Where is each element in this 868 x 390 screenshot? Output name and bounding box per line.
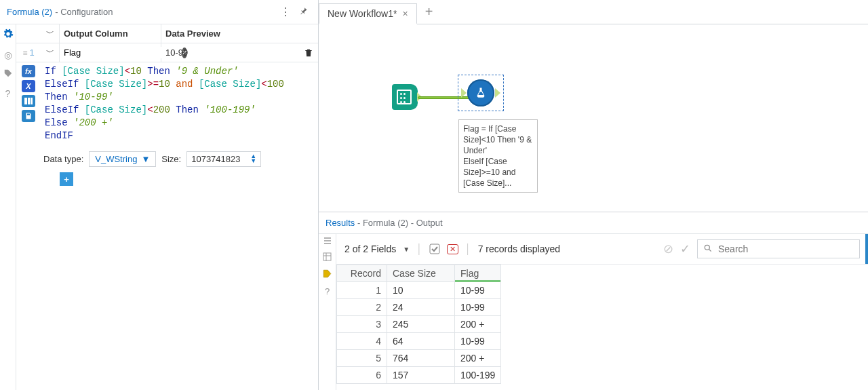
config-header: Formula (2) - Configuration ⋮ [0,0,318,24]
svg-rect-4 [430,244,439,254]
close-icon[interactable]: × [402,8,408,19]
search-box[interactable] [697,239,860,258]
svg-rect-3 [323,253,331,260]
results-toolbar: 2 of 2 Fields ▼ │ ✕ │ 7 records displaye… [336,234,868,265]
columns-icon[interactable] [22,95,35,107]
data-preview-value: 10-99 [161,43,299,62]
formula-row: ≡ 1 ﹀ ✕ 10-99 [16,43,318,62]
expand-row-chevron[interactable]: ﹀ [41,43,60,62]
table-row[interactable]: 5764200 + [337,350,501,367]
output-column-header: Output Column [60,24,161,43]
col-case-size[interactable]: Case Size [387,265,455,282]
text-input-tool[interactable] [392,84,419,111]
tag-icon[interactable] [3,69,13,80]
add-formula-button[interactable]: + [60,172,73,186]
caret-down-icon: ▼ [141,154,150,164]
table-icon[interactable] [323,252,332,263]
workflow-canvas[interactable]: Flag = If [Case Size]<10 Then '9 & Under… [319,24,868,212]
target-icon[interactable]: ◎ [4,50,12,60]
data-preview-header: Data Preview [161,24,318,43]
records-summary: 7 records displayed [478,243,560,254]
datatype-value: V_WString [95,154,137,164]
table-row[interactable]: 3245200 + [337,316,501,333]
results-side-tabs: ? [319,234,336,390]
results-subtitle: - Formula (2) - Output [357,218,443,228]
spinner-icon[interactable]: ▲▼ [250,154,256,163]
results-header: Results - Formula (2) - Output [319,212,868,234]
fx-icon[interactable]: fx [22,65,35,77]
formula-text[interactable]: If [Case Size]<10 Then '9 & Under'ElseIf… [41,62,318,145]
results-panel: Results - Formula (2) - Output ? 2 of 2 … [319,212,868,390]
list-icon[interactable] [323,237,332,247]
fields-summary[interactable]: 2 of 2 Fields [344,243,396,254]
input-anchor-icon[interactable] [461,88,467,98]
datatype-select[interactable]: V_WString ▼ [89,151,156,167]
formula-tool-selected[interactable] [458,75,504,111]
apply-icon[interactable]: ✓ [680,241,690,256]
config-title: Formula (2) [7,7,52,17]
output-anchor-tab-icon[interactable] [322,269,332,281]
col-flag[interactable]: Flag [455,265,501,282]
drag-handle-icon[interactable]: ≡ [22,48,27,58]
svg-rect-0 [24,98,27,104]
formula-editor[interactable]: fx X If [Case Size]<10 Then '9 & Under'E… [16,62,318,145]
size-input[interactable]: 1073741823 ▲▼ [186,151,261,167]
trash-icon[interactable] [299,43,318,62]
row-index: 1 [29,47,34,58]
svg-rect-2 [31,98,33,104]
configuration-panel: Formula (2) - Configuration ⋮ ◎ ? ﹀ Outp… [0,0,319,390]
gear-icon[interactable] [3,28,14,41]
table-row[interactable]: 11010-99 [337,282,501,299]
disable-icon[interactable]: ⊘ [663,241,673,256]
workflow-tabs: New Workflow1* × + [319,0,868,24]
kebab-menu-icon[interactable]: ⋮ [277,5,294,18]
help-icon[interactable]: ? [5,88,11,99]
variable-x-icon[interactable]: X [22,80,35,92]
datatype-label: Data type: [43,154,83,164]
save-icon[interactable] [22,110,35,122]
svg-point-5 [705,245,709,250]
tool-annotation[interactable]: Flag = If [Case Size]<10 Then '9 & Under… [458,119,538,193]
pin-icon[interactable] [296,6,311,18]
checkbox-icon[interactable] [429,243,440,254]
col-record[interactable]: Record [337,265,387,282]
config-subtitle: - Configuration [55,7,113,17]
table-row[interactable]: 22410-99 [337,299,501,316]
panel-accent [865,234,868,264]
svg-rect-1 [28,98,30,104]
results-title: Results [326,218,355,228]
size-label: Size: [161,154,181,164]
search-input[interactable] [717,243,854,255]
remove-cell-icon[interactable]: ✕ [447,244,458,254]
table-row[interactable]: 6157100-199 [337,367,501,384]
formula-columns-header: ﹀ Output Column Data Preview [16,24,318,43]
table-row[interactable]: 46410-99 [337,333,501,350]
formula-tool-icon [467,79,494,106]
search-icon [703,243,713,255]
help2-icon[interactable]: ? [325,286,330,296]
size-value: 1073741823 [191,154,240,164]
add-tab-button[interactable]: + [417,0,441,24]
config-side-tabs: ◎ ? [0,24,16,390]
tab-label: New Workflow1* [328,8,397,19]
output-anchor-icon[interactable] [495,88,500,98]
results-table: Record Case Size Flag 11010-9922410-9932… [336,265,501,384]
collapse-all-chevron[interactable]: ﹀ [41,24,60,43]
workflow-tab[interactable]: New Workflow1* × [319,3,417,24]
